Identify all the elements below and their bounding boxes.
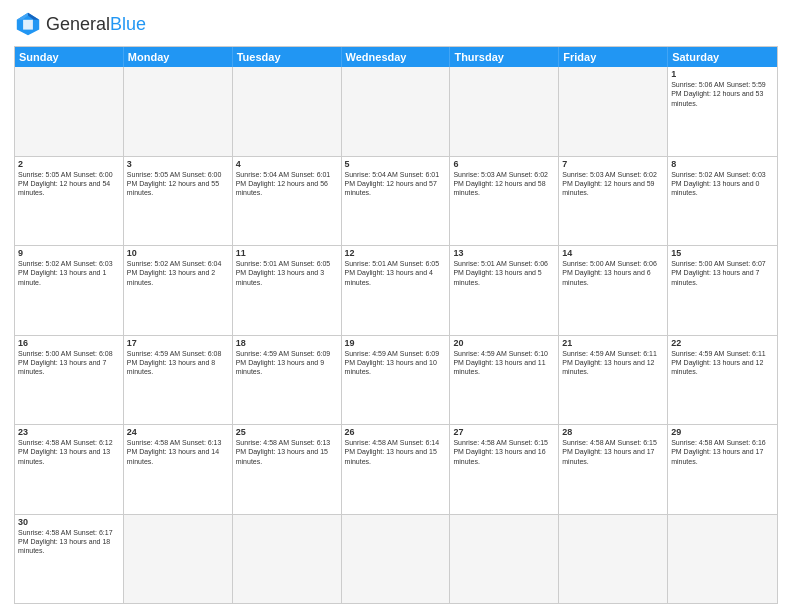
day-cell-22: 22Sunrise: 4:59 AM Sunset: 6:11 PM Dayli… — [668, 336, 777, 425]
day-number: 22 — [671, 338, 774, 348]
day-info: Sunrise: 4:58 AM Sunset: 6:13 PM Dayligh… — [127, 438, 229, 466]
empty-cell — [450, 515, 559, 604]
day-info: Sunrise: 4:58 AM Sunset: 6:16 PM Dayligh… — [671, 438, 774, 466]
day-number: 3 — [127, 159, 229, 169]
day-number: 9 — [18, 248, 120, 258]
day-number: 10 — [127, 248, 229, 258]
day-cell-8: 8Sunrise: 5:02 AM Sunset: 6:03 PM Daylig… — [668, 157, 777, 246]
day-info: Sunrise: 4:58 AM Sunset: 6:14 PM Dayligh… — [345, 438, 447, 466]
day-number: 30 — [18, 517, 120, 527]
empty-cell — [124, 67, 233, 156]
empty-cell — [342, 515, 451, 604]
day-cell-27: 27Sunrise: 4:58 AM Sunset: 6:15 PM Dayli… — [450, 425, 559, 514]
header-day-wednesday: Wednesday — [342, 47, 451, 67]
day-info: Sunrise: 5:01 AM Sunset: 6:05 PM Dayligh… — [236, 259, 338, 287]
day-info: Sunrise: 5:00 AM Sunset: 6:08 PM Dayligh… — [18, 349, 120, 377]
day-info: Sunrise: 4:59 AM Sunset: 6:11 PM Dayligh… — [671, 349, 774, 377]
day-number: 19 — [345, 338, 447, 348]
day-cell-7: 7Sunrise: 5:03 AM Sunset: 6:02 PM Daylig… — [559, 157, 668, 246]
day-info: Sunrise: 4:59 AM Sunset: 6:09 PM Dayligh… — [345, 349, 447, 377]
day-cell-3: 3Sunrise: 5:05 AM Sunset: 6:00 PM Daylig… — [124, 157, 233, 246]
day-number: 21 — [562, 338, 664, 348]
week-row-1: 2Sunrise: 5:05 AM Sunset: 6:00 PM Daylig… — [15, 156, 777, 246]
empty-cell — [450, 67, 559, 156]
day-number: 4 — [236, 159, 338, 169]
week-row-2: 9Sunrise: 5:02 AM Sunset: 6:03 PM Daylig… — [15, 245, 777, 335]
day-cell-11: 11Sunrise: 5:01 AM Sunset: 6:05 PM Dayli… — [233, 246, 342, 335]
day-info: Sunrise: 5:02 AM Sunset: 6:04 PM Dayligh… — [127, 259, 229, 287]
day-number: 11 — [236, 248, 338, 258]
day-number: 12 — [345, 248, 447, 258]
day-number: 25 — [236, 427, 338, 437]
day-info: Sunrise: 4:59 AM Sunset: 6:09 PM Dayligh… — [236, 349, 338, 377]
day-info: Sunrise: 5:05 AM Sunset: 6:00 PM Dayligh… — [127, 170, 229, 198]
day-number: 20 — [453, 338, 555, 348]
day-cell-13: 13Sunrise: 5:01 AM Sunset: 6:06 PM Dayli… — [450, 246, 559, 335]
day-number: 8 — [671, 159, 774, 169]
empty-cell — [342, 67, 451, 156]
day-info: Sunrise: 4:58 AM Sunset: 6:12 PM Dayligh… — [18, 438, 120, 466]
day-cell-16: 16Sunrise: 5:00 AM Sunset: 6:08 PM Dayli… — [15, 336, 124, 425]
day-number: 13 — [453, 248, 555, 258]
logo-icon — [14, 10, 42, 38]
day-info: Sunrise: 5:02 AM Sunset: 6:03 PM Dayligh… — [671, 170, 774, 198]
day-number: 6 — [453, 159, 555, 169]
day-cell-18: 18Sunrise: 4:59 AM Sunset: 6:09 PM Dayli… — [233, 336, 342, 425]
day-number: 17 — [127, 338, 229, 348]
day-number: 24 — [127, 427, 229, 437]
day-cell-28: 28Sunrise: 4:58 AM Sunset: 6:15 PM Dayli… — [559, 425, 668, 514]
day-number: 7 — [562, 159, 664, 169]
day-cell-6: 6Sunrise: 5:03 AM Sunset: 6:02 PM Daylig… — [450, 157, 559, 246]
header-day-thursday: Thursday — [450, 47, 559, 67]
calendar-body: 1Sunrise: 5:06 AM Sunset: 5:59 PM Daylig… — [15, 67, 777, 603]
day-cell-4: 4Sunrise: 5:04 AM Sunset: 6:01 PM Daylig… — [233, 157, 342, 246]
header-day-monday: Monday — [124, 47, 233, 67]
calendar-header: SundayMondayTuesdayWednesdayThursdayFrid… — [15, 47, 777, 67]
week-row-3: 16Sunrise: 5:00 AM Sunset: 6:08 PM Dayli… — [15, 335, 777, 425]
day-cell-21: 21Sunrise: 4:59 AM Sunset: 6:11 PM Dayli… — [559, 336, 668, 425]
empty-cell — [233, 515, 342, 604]
day-info: Sunrise: 4:59 AM Sunset: 6:11 PM Dayligh… — [562, 349, 664, 377]
day-cell-12: 12Sunrise: 5:01 AM Sunset: 6:05 PM Dayli… — [342, 246, 451, 335]
day-number: 23 — [18, 427, 120, 437]
day-info: Sunrise: 5:05 AM Sunset: 6:00 PM Dayligh… — [18, 170, 120, 198]
day-cell-2: 2Sunrise: 5:05 AM Sunset: 6:00 PM Daylig… — [15, 157, 124, 246]
day-info: Sunrise: 5:00 AM Sunset: 6:07 PM Dayligh… — [671, 259, 774, 287]
day-number: 16 — [18, 338, 120, 348]
logo-text: GeneralBlue — [46, 15, 146, 34]
day-info: Sunrise: 5:06 AM Sunset: 5:59 PM Dayligh… — [671, 80, 774, 108]
empty-cell — [124, 515, 233, 604]
day-info: Sunrise: 5:04 AM Sunset: 6:01 PM Dayligh… — [236, 170, 338, 198]
day-info: Sunrise: 4:59 AM Sunset: 6:08 PM Dayligh… — [127, 349, 229, 377]
day-cell-29: 29Sunrise: 4:58 AM Sunset: 6:16 PM Dayli… — [668, 425, 777, 514]
day-cell-14: 14Sunrise: 5:00 AM Sunset: 6:06 PM Dayli… — [559, 246, 668, 335]
empty-cell — [559, 515, 668, 604]
empty-cell — [668, 515, 777, 604]
day-cell-25: 25Sunrise: 4:58 AM Sunset: 6:13 PM Dayli… — [233, 425, 342, 514]
page: GeneralBlue SundayMondayTuesdayWednesday… — [0, 0, 792, 612]
header-day-friday: Friday — [559, 47, 668, 67]
header-day-sunday: Sunday — [15, 47, 124, 67]
day-cell-10: 10Sunrise: 5:02 AM Sunset: 6:04 PM Dayli… — [124, 246, 233, 335]
empty-cell — [15, 67, 124, 156]
day-cell-23: 23Sunrise: 4:58 AM Sunset: 6:12 PM Dayli… — [15, 425, 124, 514]
day-number: 5 — [345, 159, 447, 169]
day-cell-19: 19Sunrise: 4:59 AM Sunset: 6:09 PM Dayli… — [342, 336, 451, 425]
day-number: 29 — [671, 427, 774, 437]
week-row-5: 30Sunrise: 4:58 AM Sunset: 6:17 PM Dayli… — [15, 514, 777, 604]
header-day-tuesday: Tuesday — [233, 47, 342, 67]
header: GeneralBlue — [14, 10, 778, 38]
day-info: Sunrise: 4:58 AM Sunset: 6:13 PM Dayligh… — [236, 438, 338, 466]
day-info: Sunrise: 5:02 AM Sunset: 6:03 PM Dayligh… — [18, 259, 120, 287]
day-number: 14 — [562, 248, 664, 258]
day-cell-26: 26Sunrise: 4:58 AM Sunset: 6:14 PM Dayli… — [342, 425, 451, 514]
day-number: 26 — [345, 427, 447, 437]
day-cell-9: 9Sunrise: 5:02 AM Sunset: 6:03 PM Daylig… — [15, 246, 124, 335]
day-info: Sunrise: 5:03 AM Sunset: 6:02 PM Dayligh… — [453, 170, 555, 198]
day-cell-20: 20Sunrise: 4:59 AM Sunset: 6:10 PM Dayli… — [450, 336, 559, 425]
day-cell-15: 15Sunrise: 5:00 AM Sunset: 6:07 PM Dayli… — [668, 246, 777, 335]
day-cell-17: 17Sunrise: 4:59 AM Sunset: 6:08 PM Dayli… — [124, 336, 233, 425]
day-cell-30: 30Sunrise: 4:58 AM Sunset: 6:17 PM Dayli… — [15, 515, 124, 604]
logo: GeneralBlue — [14, 10, 146, 38]
day-number: 28 — [562, 427, 664, 437]
